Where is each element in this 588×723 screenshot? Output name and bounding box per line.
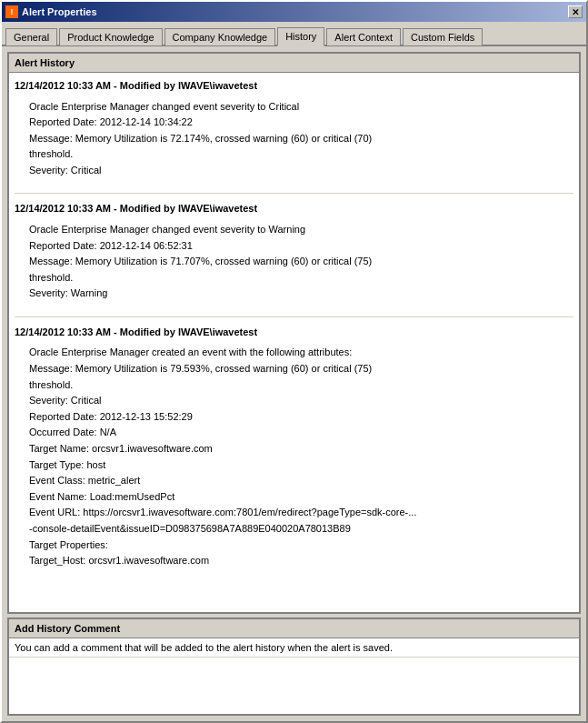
entry1-line5: Severity: Critical (29, 163, 573, 179)
entry2-line4: threshold. (29, 270, 573, 286)
entry1-line3: Message: Memory Utilization is 72.174%, … (29, 131, 573, 147)
history-entry-2-body: Oracle Enterprise Manager changed event … (15, 222, 573, 302)
entry3-line10: Event Name: Load:memUsedPct (29, 489, 573, 506)
alert-history-header: Alert History (9, 54, 579, 73)
divider-2 (15, 316, 573, 317)
tab-alert-context[interactable]: Alert Context (326, 28, 401, 45)
entry3-line3: threshold. (29, 377, 573, 394)
entry1-line4: threshold. (29, 146, 573, 163)
entry2-line1: Oracle Enterprise Manager changed event … (29, 222, 573, 238)
history-scroll-container: 12/14/2012 10:33 AM - Modified by IWAVE\… (9, 73, 579, 612)
entry3-line8: Target Type: host (29, 457, 573, 474)
alert-icon: ! (5, 5, 18, 18)
divider-1 (15, 193, 573, 194)
entry3-line1: Oracle Enterprise Manager created an eve… (29, 345, 573, 361)
history-entry-1: 12/14/2012 10:33 AM - Modified by IWAVE\… (15, 78, 573, 178)
entry3-line9: Event Class: metric_alert (29, 473, 573, 489)
tabs-bar: General Product Knowledge Company Knowle… (2, 22, 586, 46)
add-comment-header: Add History Comment (9, 619, 579, 638)
alert-history-section: Alert History 12/14/2012 10:33 AM - Modi… (7, 52, 581, 614)
history-entry-3-header: 12/14/2012 10:33 AM - Modified by IWAVE\… (15, 325, 573, 340)
tab-history[interactable]: History (277, 27, 324, 46)
entry3-line14: Target_Host: orcsvr1.iwavesoftware.com (29, 553, 573, 569)
history-entry-1-header: 12/14/2012 10:33 AM - Modified by IWAVE\… (15, 78, 573, 94)
close-button[interactable]: ✕ (568, 5, 583, 18)
entry3-line11: Event URL: https://orcsvr1.iwavesoftware… (29, 505, 573, 521)
entry2-line3: Message: Memory Utilization is 71.707%, … (29, 254, 573, 270)
entry3-line7: Target Name: orcsvr1.iwavesoftware.com (29, 441, 573, 457)
history-entry-3: 12/14/2012 10:33 AM - Modified by IWAVE\… (15, 325, 573, 569)
entry3-line12: -console-detailEvent&issueID=D098375698A… (29, 521, 573, 537)
add-comment-section: Add History Comment You can add a commen… (7, 618, 581, 716)
history-entry-1-body: Oracle Enterprise Manager changed event … (15, 99, 573, 179)
tab-product-knowledge[interactable]: Product Knowledge (59, 28, 162, 45)
entry1-line2: Reported Date: 2012-12-14 10:34:22 (29, 115, 573, 131)
entry3-line13: Target Properties: (29, 537, 573, 554)
title-bar-left: ! Alert Properties (5, 5, 97, 18)
entry2-line5: Severity: Warning (29, 286, 573, 302)
content-area: Alert History 12/14/2012 10:33 AM - Modi… (2, 46, 586, 721)
tab-custom-fields[interactable]: Custom Fields (403, 28, 483, 45)
entry3-line4: Severity: Critical (29, 393, 573, 409)
add-comment-textarea[interactable] (9, 658, 579, 712)
entry2-line2: Reported Date: 2012-12-14 06:52:31 (29, 238, 573, 255)
history-content[interactable]: 12/14/2012 10:33 AM - Modified by IWAVE\… (9, 73, 579, 612)
history-entry-2: 12/14/2012 10:33 AM - Modified by IWAVE\… (15, 201, 573, 301)
alert-properties-window: ! Alert Properties ✕ General Product Kno… (0, 0, 588, 723)
tab-company-knowledge[interactable]: Company Knowledge (164, 28, 276, 45)
entry1-line1: Oracle Enterprise Manager changed event … (29, 99, 573, 115)
entry3-line2: Message: Memory Utilization is 79.593%, … (29, 361, 573, 377)
history-entry-3-body: Oracle Enterprise Manager created an eve… (15, 345, 573, 568)
title-bar: ! Alert Properties ✕ (2, 2, 586, 22)
window-title: Alert Properties (22, 6, 97, 17)
entry3-line6: Occurred Date: N/A (29, 425, 573, 441)
add-comment-hint: You can add a comment that will be added… (9, 638, 579, 658)
history-entry-2-header: 12/14/2012 10:33 AM - Modified by IWAVE\… (15, 201, 573, 216)
tab-general[interactable]: General (5, 28, 57, 45)
entry3-line5: Reported Date: 2012-12-13 15:52:29 (29, 409, 573, 426)
